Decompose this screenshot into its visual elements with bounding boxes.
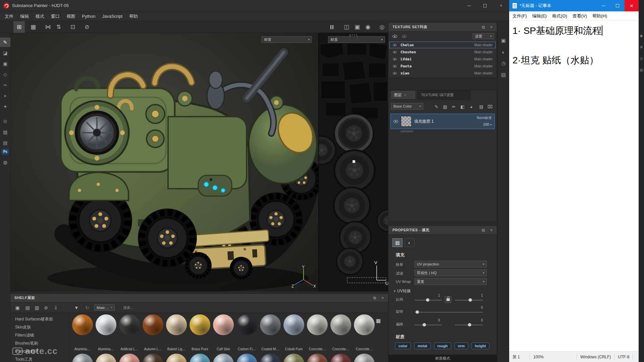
- property-dropdown[interactable]: 双线性 | HQ▾: [415, 269, 487, 276]
- material-thumbnail[interactable]: Coated M…: [259, 314, 282, 351]
- add-paint-layer-icon[interactable]: ✏: [450, 103, 458, 110]
- material-thumbnail[interactable]: Autumn L…: [141, 314, 165, 351]
- panel-close-icon[interactable]: ×: [379, 294, 387, 302]
- layer-thumbnail[interactable]: [401, 116, 412, 127]
- sp-menu-item[interactable]: 文件: [1, 11, 17, 21]
- texture-set-row[interactable]: Chelun Main shader: [389, 42, 496, 48]
- channel-toggle-button[interactable]: rough: [434, 343, 451, 349]
- sp-menu-item[interactable]: 窗口: [48, 11, 63, 21]
- texture-set-row[interactable]: Cheshen Main shader: [389, 49, 496, 55]
- material-thumbnail[interactable]: [188, 354, 212, 362]
- clone-tool-icon[interactable]: ⌖: [0, 91, 10, 101]
- add-effect-icon[interactable]: ✎: [433, 103, 440, 110]
- properties-paint-tab-icon[interactable]: ▨: [392, 238, 402, 247]
- notepad-menu-item[interactable]: 文件(F): [510, 11, 530, 21]
- sp-maximize-button[interactable]: [477, 0, 493, 11]
- import-resources-icon[interactable]: ⇩: [51, 302, 60, 313]
- iray-camera-icon[interactable]: ◎: [376, 21, 388, 33]
- notepad-titlebar[interactable]: *无标题 - 记事本 ✕: [509, 0, 639, 11]
- mirror-icon[interactable]: ⇅: [53, 21, 64, 33]
- delete-layer-icon[interactable]: ⌧: [486, 103, 494, 110]
- paint-brush-tool-icon[interactable]: ✎: [0, 38, 10, 47]
- uv-grid-icon[interactable]: ▦: [28, 21, 39, 33]
- visibility-solo-eye-icon[interactable]: [402, 35, 407, 38]
- disable-icon[interactable]: ⊘: [81, 21, 93, 33]
- material-thumbnail[interactable]: [118, 354, 141, 362]
- scale-link-lock-icon[interactable]: [445, 296, 451, 303]
- photoshop-export-icon[interactable]: Ps: [2, 149, 9, 155]
- texture-set-eye-icon[interactable]: [393, 65, 396, 67]
- sp-titlebar[interactable]: Substance Painter - HJDT-05 ×: [0, 0, 509, 11]
- panel-popout-icon[interactable]: ⧉: [371, 294, 379, 302]
- history-icon[interactable]: ◷: [497, 59, 509, 68]
- notepad-close-button[interactable]: ✕: [625, 0, 639, 11]
- viewport3d-material-dropdown[interactable]: 材质▾: [262, 36, 312, 43]
- filter-funnel-icon[interactable]: ▼: [72, 302, 81, 313]
- material-thumbnail[interactable]: Carbon Fi…: [235, 314, 259, 351]
- material-thumbnail[interactable]: Artificial L…: [118, 314, 141, 351]
- material-mode-bar[interactable]: 材质模式: [388, 355, 497, 362]
- viewport2d-material-dropdown[interactable]: 材质▾: [328, 36, 385, 43]
- material-thumbnail[interactable]: [141, 354, 165, 362]
- panel-popout-icon[interactable]: ⧉: [479, 23, 487, 32]
- material-thumbnail[interactable]: Concrete…: [353, 314, 376, 351]
- shader-settings-icon[interactable]: ◐: [497, 47, 509, 57]
- material-thumbnail[interactable]: [235, 354, 259, 362]
- material-thumbnail[interactable]: [94, 354, 118, 362]
- material-thumbnail[interactable]: [329, 354, 353, 362]
- panel-close-icon[interactable]: ×: [487, 23, 495, 32]
- material-thumbnail[interactable]: [353, 354, 376, 362]
- camera-view-icon[interactable]: ◉: [362, 21, 374, 33]
- split-view-icon[interactable]: ◫: [341, 21, 352, 33]
- grid-view-toggle-icon[interactable]: ▦: [376, 318, 381, 324]
- material-thumbnail[interactable]: Concrete…: [306, 314, 329, 351]
- layer-eye-icon[interactable]: [393, 120, 398, 123]
- uv-scale-y-slider[interactable]: [455, 300, 483, 301]
- texture-set-settings-dropdown[interactable]: 设置▾: [473, 33, 494, 39]
- uv-offset-x-slider[interactable]: [415, 324, 442, 325]
- material-thumbnail[interactable]: [282, 354, 306, 362]
- eraser-tool-icon[interactable]: ◪: [0, 48, 10, 58]
- properties-material-tab-icon[interactable]: ◐: [405, 238, 415, 247]
- texture-set-row[interactable]: xiao Main shader: [389, 70, 496, 76]
- viewport-2d[interactable]: V U 材质▾: [318, 33, 388, 292]
- sp-menu-item[interactable]: 编辑: [17, 11, 32, 21]
- camera-icon[interactable]: ◉: [639, 32, 644, 39]
- sp-close-button[interactable]: ×: [493, 0, 509, 11]
- notepad-menu-item[interactable]: 编辑(E): [530, 11, 549, 21]
- visibility-all-eye-icon[interactable]: [392, 35, 397, 38]
- material-thumbnail[interactable]: Aluminiu…: [71, 314, 94, 351]
- notepad-menu-item[interactable]: 格式(O): [549, 11, 570, 21]
- layer-blend-mode[interactable]: Norm标准: [477, 116, 492, 120]
- fill-layer-row[interactable]: 填充图层 1 Norm标准 100 ▾: [390, 114, 495, 129]
- sp-menu-item[interactable]: 视图: [63, 11, 78, 21]
- uv-rotation-slider[interactable]: [415, 312, 483, 313]
- channel-toggle-button[interactable]: height: [472, 343, 489, 349]
- uv-transform-section[interactable]: ▼ UV转换: [393, 288, 411, 294]
- texture-set-eye-icon[interactable]: [393, 51, 396, 53]
- material-thumbnail[interactable]: [212, 354, 235, 362]
- sp-menu-item[interactable]: 帮助: [126, 11, 141, 21]
- add-folder-icon[interactable]: ▤: [478, 103, 485, 110]
- add-mask-icon[interactable]: ◕: [468, 103, 475, 110]
- material-thumbnail[interactable]: Brass Pure: [188, 314, 212, 351]
- material-thumbnail[interactable]: Concrete…: [329, 314, 353, 351]
- texture-set-row[interactable]: Paota Main shader: [389, 63, 496, 69]
- sp-menu-item[interactable]: Python: [78, 11, 99, 21]
- shelf-category-item[interactable]: Skin皮肤: [12, 324, 68, 330]
- sp-minimize-button[interactable]: [461, 0, 477, 11]
- channel-toggle-button[interactable]: metal: [414, 343, 431, 349]
- texture-set-eye-icon[interactable]: [393, 44, 396, 46]
- add-view-icon[interactable]: ⊡: [67, 21, 78, 33]
- shelf-category-item[interactable]: Tools工具: [12, 356, 68, 362]
- panel-close-icon[interactable]: ×: [487, 226, 495, 235]
- tab-layers[interactable]: 图层×: [390, 90, 416, 100]
- projection-tool-icon[interactable]: ▣: [0, 59, 10, 68]
- stencil-icon[interactable]: ▤: [0, 138, 10, 147]
- material-picker-icon[interactable]: ⊙: [0, 117, 10, 126]
- layer-opacity[interactable]: 100 ▾: [477, 122, 492, 126]
- material-thumbnail[interactable]: [165, 354, 188, 362]
- resources-icon[interactable]: ◍: [0, 158, 10, 167]
- add-fill-layer-icon[interactable]: ◧: [459, 103, 466, 110]
- shelf-search-input[interactable]: [122, 304, 190, 311]
